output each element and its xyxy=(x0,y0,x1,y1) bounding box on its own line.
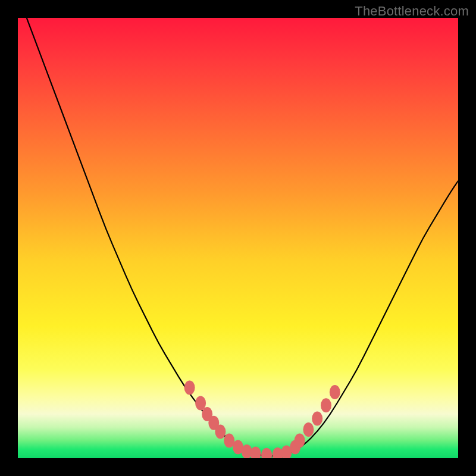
curve-marker xyxy=(330,385,340,399)
chart-frame: TheBottleneck.com xyxy=(0,0,476,476)
curve-marker xyxy=(215,425,226,439)
curve-marker xyxy=(312,411,322,425)
curve-marker xyxy=(250,447,261,458)
plot-area xyxy=(18,18,458,458)
curve-marker xyxy=(261,448,272,458)
highlighted-dots xyxy=(184,381,340,458)
curve-marker xyxy=(303,422,314,437)
watermark-text: TheBottleneck.com xyxy=(355,4,469,19)
curve-marker xyxy=(184,381,195,395)
bottleneck-curve xyxy=(27,18,458,456)
curve-marker xyxy=(295,433,305,447)
curve-marker xyxy=(321,398,331,412)
curve-layer xyxy=(18,18,458,458)
